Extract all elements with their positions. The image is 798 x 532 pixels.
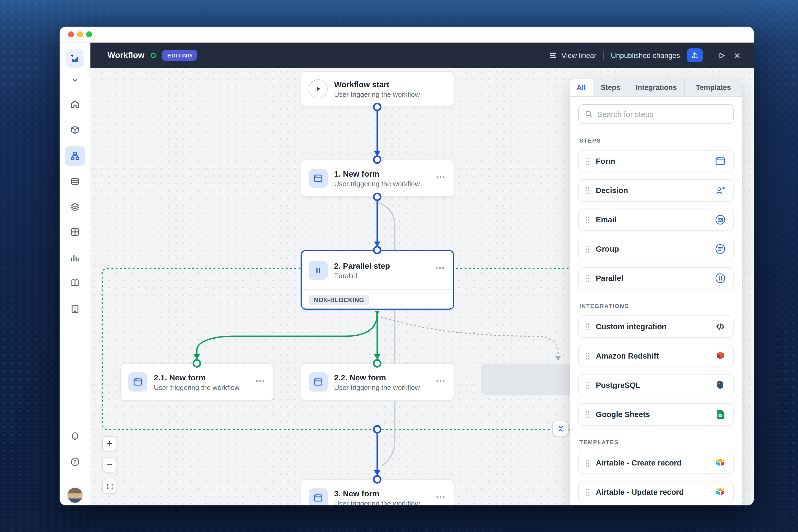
panel-item-label: Group xyxy=(596,245,708,253)
sidebar-item-help[interactable]: ? xyxy=(65,452,85,472)
close-editor-button[interactable] xyxy=(733,51,741,59)
app-logo[interactable] xyxy=(66,50,84,68)
sidebar-expand-chevron[interactable] xyxy=(65,70,85,91)
node-title: 2. Parallel step xyxy=(334,261,390,270)
node-menu-button[interactable] xyxy=(253,373,267,386)
close-traffic-light[interactable] xyxy=(68,32,74,37)
drag-handle-icon[interactable] xyxy=(585,187,590,194)
non-blocking-badge: NON-BLOCKING xyxy=(308,295,369,305)
bell-icon xyxy=(70,431,80,441)
drag-handle-icon[interactable] xyxy=(585,274,590,282)
panel-item-postgresql[interactable]: PostgreSQL xyxy=(578,374,734,396)
tab-steps[interactable]: Steps xyxy=(593,79,628,96)
workflow-header: Workflow EDITING View linear Unpublished… xyxy=(91,42,754,68)
sidebar-item-home[interactable] xyxy=(65,94,85,114)
node-3-new-form[interactable]: 3. New form User triggering the workflow xyxy=(301,479,454,506)
user-avatar[interactable] xyxy=(67,487,83,503)
panel-item-group[interactable]: Group xyxy=(578,238,734,260)
panel-item-airtable-create-record[interactable]: Airtable - Create record xyxy=(578,452,734,474)
drag-handle-icon[interactable] xyxy=(585,488,590,496)
panel-tabs: All Steps Integrations Templates xyxy=(570,79,742,97)
airtable-icon xyxy=(714,486,727,498)
svg-text:?: ? xyxy=(73,459,77,465)
redshift-icon xyxy=(714,349,727,362)
tab-templates[interactable]: Templates xyxy=(685,79,742,96)
tab-all[interactable]: All xyxy=(570,79,593,96)
panel-item-decision[interactable]: Decision xyxy=(578,179,734,202)
package-icon xyxy=(70,125,80,135)
panel-item-parallel[interactable]: Parallel xyxy=(578,267,734,289)
publish-button[interactable] xyxy=(687,49,703,62)
node-subtitle: User triggering the workflow xyxy=(334,90,420,98)
sidebar-item-analytics[interactable] xyxy=(65,247,85,268)
sidebar-item-apps[interactable] xyxy=(65,120,85,140)
minimize-traffic-light[interactable] xyxy=(77,32,83,37)
panel-item-label: Google Sheets xyxy=(596,410,708,419)
home-icon xyxy=(70,99,80,110)
node-1-new-form[interactable]: 1. New form User triggering the workflow xyxy=(301,159,454,197)
sidebar-item-organization[interactable] xyxy=(65,299,85,319)
node-subtitle: User triggering the workflow xyxy=(334,383,420,391)
drag-handle-icon[interactable] xyxy=(585,245,590,253)
sidebar-item-tables[interactable] xyxy=(65,222,85,242)
node-title: 3. New form xyxy=(334,489,420,498)
collapse-parallel-button[interactable] xyxy=(552,421,569,436)
help-icon: ? xyxy=(70,456,80,467)
header-separator xyxy=(710,51,710,60)
drag-handle-icon[interactable] xyxy=(585,323,590,331)
run-workflow-button[interactable] xyxy=(717,51,726,60)
sidebar-item-docs[interactable] xyxy=(65,273,85,293)
sidebar-item-notifications[interactable] xyxy=(65,426,85,446)
node-title: 1. New form xyxy=(334,169,420,178)
zoom-out-icon: − xyxy=(107,460,112,470)
drag-handle-icon[interactable] xyxy=(585,216,590,224)
zoom-fit-button[interactable] xyxy=(102,479,117,494)
zoom-out-button[interactable]: − xyxy=(102,457,117,472)
drag-handle-icon[interactable] xyxy=(585,411,590,418)
drag-handle-icon[interactable] xyxy=(585,381,590,389)
sidebar-item-data[interactable] xyxy=(65,171,85,191)
panel-item-airtable-update-record[interactable]: Airtable - Update record xyxy=(578,481,734,503)
panel-item-form[interactable]: Form xyxy=(578,150,734,172)
drag-handle-icon[interactable] xyxy=(585,352,590,360)
view-linear-button[interactable]: View linear xyxy=(549,51,597,60)
code-icon xyxy=(714,320,727,333)
parallel-step-icon xyxy=(308,261,328,280)
search-icon xyxy=(585,110,593,119)
node-workflow-start[interactable]: Workflow start User triggering the workf… xyxy=(301,71,454,107)
decision-icon xyxy=(714,184,727,197)
section-label-integrations: INTEGRATIONS xyxy=(580,303,733,309)
bar-chart-icon xyxy=(70,252,80,263)
node-subtitle: User triggering the workflow xyxy=(154,383,240,391)
start-play-icon xyxy=(308,79,328,98)
panel-item-label: Airtable - Create record xyxy=(596,459,708,467)
zoom-traffic-light[interactable] xyxy=(86,32,92,37)
node-2-2-new-form[interactable]: 2.2. New form User triggering the workfl… xyxy=(301,363,454,401)
node-2-parallel-step[interactable]: 2. Parallel step Parallel NON-BLOCKING xyxy=(301,250,454,310)
drag-handle-icon[interactable] xyxy=(585,459,590,467)
panel-item-email[interactable]: Email xyxy=(578,209,734,231)
node-menu-button[interactable] xyxy=(434,169,448,183)
building-icon xyxy=(70,304,80,315)
form-step-icon xyxy=(308,169,328,188)
search-input[interactable] xyxy=(597,110,727,118)
port[interactable] xyxy=(374,426,381,433)
status-dot-icon xyxy=(151,53,156,58)
node-subtitle: User triggering the workflow xyxy=(334,179,420,188)
node-menu-button[interactable] xyxy=(433,260,447,273)
panel-item-amazon-redshift[interactable]: Amazon Redshift xyxy=(578,345,734,367)
panel-item-custom-integration[interactable]: Custom integration xyxy=(578,316,734,338)
node-2-1-new-form[interactable]: 2.1. New form User triggering the workfl… xyxy=(120,363,274,401)
node-menu-button[interactable] xyxy=(434,488,448,502)
sidebar-item-layers[interactable] xyxy=(65,197,85,217)
sidebar-item-automations[interactable] xyxy=(65,146,85,166)
tab-integrations[interactable]: Integrations xyxy=(628,79,685,96)
steps-panel: All Steps Integrations Templates STEPS F… xyxy=(570,79,742,506)
search-box[interactable] xyxy=(578,104,734,124)
zoom-in-button[interactable]: + xyxy=(102,436,117,451)
page-title: Workflow xyxy=(108,51,145,60)
drag-handle-icon[interactable] xyxy=(585,157,590,165)
node-subtitle: User triggering the workflow xyxy=(334,499,420,506)
panel-item-google-sheets[interactable]: Google Sheets xyxy=(578,403,734,425)
node-menu-button[interactable] xyxy=(434,373,448,386)
